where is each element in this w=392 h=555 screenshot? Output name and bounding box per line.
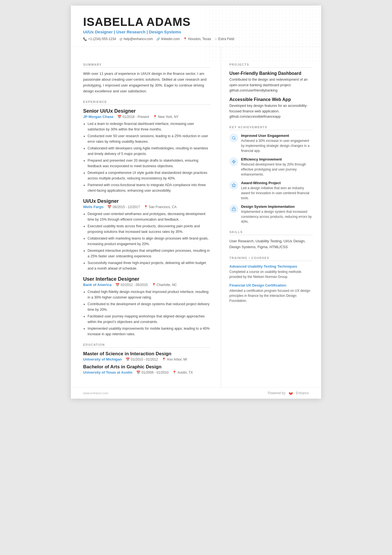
- achievement-content-4: Design System Implementation Implemented…: [241, 204, 313, 224]
- bullet-1-4: Prepared and presented over 20 design dr…: [88, 158, 211, 169]
- achievement-2: Efficiency Improvement Reduced developme…: [229, 157, 313, 177]
- achievement-desc-2: Reduced development time by 20% through …: [241, 162, 313, 177]
- email-contact: @ help@enhancv.com: [119, 37, 153, 41]
- enhancv-text: Enhancv: [296, 391, 309, 395]
- skills-label: SKILLS: [229, 230, 313, 235]
- bullets-3: Created high-fidelity design mockups tha…: [83, 289, 211, 337]
- location-3: 📍 Charlotte, NC: [152, 283, 177, 287]
- location-value: Houston, Texas: [188, 37, 211, 41]
- experience-section: EXPERIENCE Senior Ui/Ux Designer JP Morg…: [83, 100, 211, 337]
- bullet-3-1: Created high-fidelity design mockups tha…: [88, 289, 211, 300]
- degree-2: Bachelor of Arts in Graphic Design: [83, 364, 211, 370]
- project-2: Accessible Finance Web App Developed key…: [229, 97, 313, 119]
- svg-line-1: [235, 139, 235, 140]
- achievement-title-4: Design System Implementation: [241, 204, 313, 209]
- dates-3: 📅 02/2012 - 05/2015: [115, 283, 148, 287]
- summary-section: SUMMARY With over 11 years of experience…: [83, 63, 211, 94]
- edu-block-1: Master of Science in Interaction Design …: [83, 351, 211, 361]
- calendar-icon-2: 📅: [107, 205, 111, 209]
- achievement-icon-1: [229, 134, 238, 142]
- resume-footer: www.enhancv.com Powered by Enhancv: [71, 387, 321, 399]
- enhancv-heart-icon: [287, 391, 295, 395]
- job-title-3: User Interface Designer: [83, 276, 211, 282]
- education-label: EDUCATION: [83, 343, 211, 348]
- project-desc-2: Developed key design features for an acc…: [229, 103, 313, 119]
- achievements-section: KEY ACHIEVEMENTS Improved User Engagemen…: [229, 125, 313, 224]
- edu-meta-1: University of Michigan 📅 01/2010 - 01/20…: [83, 357, 211, 361]
- school-2: University of Texas at Austin: [83, 370, 132, 374]
- achievement-content-3: Award-Winning Project Led a design initi…: [241, 181, 313, 201]
- bullet-2-1: Designed user-oriented wireframes and pr…: [88, 211, 211, 222]
- candidate-title: Ui/Ux Designer | User Research | Design …: [83, 29, 309, 34]
- bullet-3-4: Implemented usability improvements for m…: [88, 326, 211, 337]
- extra-contact: ☆ Extra Field: [214, 37, 234, 41]
- enhancv-logo: Enhancv: [287, 391, 309, 395]
- edu-pin-1: 📍: [162, 357, 166, 361]
- summary-text: With over 11 years of experience in UI/U…: [83, 71, 211, 94]
- edu-meta-2: University of Texas at Austin 📅 01/2006 …: [83, 370, 211, 374]
- resume-body: SUMMARY With over 11 years of experience…: [71, 47, 321, 387]
- job-meta-1: JP Morgan Chase 📅 01/2018 - Present 📍 Ne…: [83, 115, 211, 119]
- svg-rect-3: [232, 209, 235, 211]
- projects-label: PROJECTS: [229, 63, 313, 68]
- edu-calendar-1: 📅: [126, 357, 130, 361]
- achievement-title-2: Efficiency Improvement: [241, 157, 313, 161]
- company-3: Bank of America: [83, 283, 111, 287]
- phone-icon: 📞: [83, 37, 87, 41]
- school-1: University of Michigan: [83, 357, 122, 361]
- bullet-1-1: Led a team to redesign financial dashboa…: [88, 121, 211, 132]
- footer-brand: Powered by Enhancv: [268, 391, 309, 395]
- job-title-2: Ui/Ux Designer: [83, 198, 211, 204]
- phone-value: +1-(234)-555-1234: [88, 37, 116, 41]
- location-contact: 📍 Houston, Texas: [183, 37, 211, 41]
- bullet-2-4: Developed interactive prototypes that si…: [88, 248, 211, 259]
- job-block-2: Ui/Ux Designer Wells Fargo 📅 06/2015 - 1…: [83, 198, 211, 271]
- achievement-title-1: Improved User Engagement: [241, 134, 313, 138]
- education-section: EDUCATION Master of Science in Interacti…: [83, 343, 211, 374]
- projects-section: PROJECTS User-Friendly Banking Dashboard…: [229, 63, 313, 119]
- bullet-1-3: Collaborated with developers using Agile…: [88, 145, 211, 157]
- project-title-2: Accessible Finance Web App: [229, 97, 313, 102]
- experience-label: EXPERIENCE: [83, 100, 211, 105]
- candidate-name: ISABELLA ADAMS: [83, 16, 309, 28]
- skills-text: User Research, Usability Testing, Ui/Ux …: [229, 238, 313, 250]
- degree-1: Master of Science in Interaction Design: [83, 351, 211, 357]
- training-title-1: Advanced Usability Testing Techniques: [229, 264, 313, 268]
- calendar-icon-3: 📅: [115, 283, 120, 287]
- edu-location-1: 📍 Ann Arbor, MI: [162, 357, 187, 361]
- linkedin-value: linkedin.com: [161, 37, 180, 41]
- footer-website: www.enhancv.com: [83, 391, 108, 395]
- training-label: TRAINING / COURSES: [229, 256, 313, 261]
- edu-block-2: Bachelor of Arts in Graphic Design Unive…: [83, 364, 211, 374]
- pin-icon-1: 📍: [153, 115, 157, 119]
- contact-info: 📞 +1-(234)-555-1234 @ help@enhancv.com 🔗…: [83, 37, 309, 41]
- linkedin-contact: 🔗 linkedin.com: [156, 37, 180, 41]
- job-meta-2: Wells Fargo 📅 06/2015 - 12/2017 📍 San Fr…: [83, 205, 211, 209]
- achievement-content-2: Efficiency Improvement Reduced developme…: [241, 157, 313, 177]
- bullet-2-5: Successfully managed three high-impact p…: [88, 260, 211, 271]
- resume-container: ISABELLA ADAMS Ui/Ux Designer | User Res…: [71, 6, 321, 399]
- edu-pin-2: 📍: [172, 371, 177, 374]
- bullet-2-2: Executed usability tests across five pro…: [88, 223, 211, 235]
- edu-dates-2: 📅 01/2006 - 01/2010: [136, 371, 168, 374]
- achievement-3: Award-Winning Project Led a design initi…: [229, 181, 313, 201]
- achievement-icon-4: [229, 204, 238, 213]
- training-title-2: Financial UX Design Certification: [229, 283, 313, 287]
- email-icon: @: [119, 37, 122, 41]
- star-icon: ☆: [214, 37, 217, 41]
- achievement-4: Design System Implementation Implemented…: [229, 204, 313, 224]
- email-value: help@enhancv.com: [124, 37, 153, 41]
- project-title-1: User-Friendly Banking Dashboard: [229, 71, 313, 76]
- job-title-1: Senior Ui/Ux Designer: [83, 108, 211, 114]
- bullets-1: Led a team to redesign financial dashboa…: [83, 121, 211, 193]
- bullet-2-3: Collaborated with marketing teams to ali…: [88, 236, 211, 247]
- phone-contact: 📞 +1-(234)-555-1234: [83, 37, 116, 41]
- bullet-1-2: Conducted over 50 user research sessions…: [88, 133, 211, 144]
- dates-1: 📅 01/2018 - Present: [117, 115, 149, 119]
- bullet-3-3: Facilitated user journey mapping worksho…: [88, 314, 211, 325]
- job-meta-3: Bank of America 📅 02/2012 - 05/2015 📍 Ch…: [83, 283, 211, 287]
- left-column: SUMMARY With over 11 years of experience…: [71, 47, 221, 387]
- dates-2: 📅 06/2015 - 12/2017: [107, 205, 140, 209]
- achievement-desc-4: Implemented a design system that increas…: [241, 209, 313, 224]
- bullet-1-6: Partnered with cross-functional teams to…: [88, 182, 211, 193]
